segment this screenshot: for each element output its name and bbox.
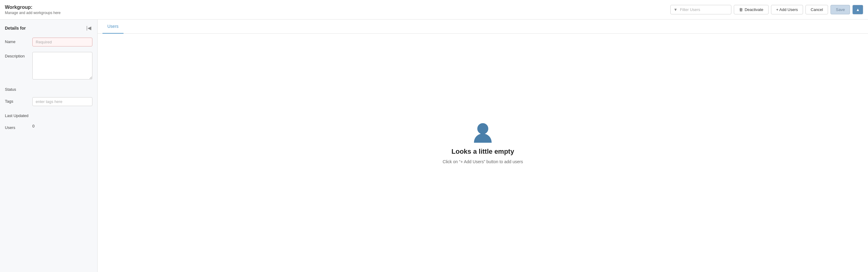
top-bar-actions: ▼ 🗑 Deactivate + Add Users Cancel Save ▲	[670, 5, 863, 15]
last-updated-row: Last Updated	[5, 112, 92, 118]
right-panel: Users Looks a little empty Click on “+ A…	[98, 20, 868, 272]
tags-input[interactable]	[32, 97, 92, 106]
page-subtitle: Manage and add workgroups here	[5, 11, 61, 15]
tab-users[interactable]: Users	[102, 20, 124, 34]
users-count-label: Users	[5, 124, 32, 130]
add-users-button[interactable]: + Add Users	[771, 5, 803, 15]
top-bar-left: Workgroup: Manage and add workgroups her…	[5, 5, 61, 15]
save-button[interactable]: Save	[831, 5, 850, 15]
person-body-icon	[474, 134, 492, 143]
top-bar: Workgroup: Manage and add workgroups her…	[0, 0, 868, 20]
description-label: Description	[5, 52, 32, 58]
empty-subtitle: Click on “+ Add Users” button to add use…	[442, 159, 523, 164]
trash-icon: 🗑	[739, 7, 743, 12]
panel-header: Details for |◀	[5, 24, 92, 31]
status-label: Status	[5, 86, 32, 92]
description-row: Description	[5, 52, 92, 80]
users-count-row: Users 0	[5, 124, 92, 130]
tags-control	[32, 97, 92, 106]
filter-users-input[interactable]	[670, 5, 732, 15]
tabs-bar: Users	[98, 20, 868, 34]
name-control	[32, 37, 92, 47]
empty-user-icon	[474, 123, 492, 143]
up-arrow-button[interactable]: ▲	[852, 5, 863, 15]
last-updated-label: Last Updated	[5, 112, 32, 118]
tags-label: Tags	[5, 97, 32, 104]
cancel-button[interactable]: Cancel	[805, 5, 828, 15]
empty-state: Looks a little empty Click on “+ Add Use…	[98, 34, 868, 272]
name-label: Name	[5, 37, 32, 44]
collapse-button[interactable]: |◀	[85, 24, 92, 31]
users-count-control: 0	[32, 124, 92, 128]
deactivate-button[interactable]: 🗑 Deactivate	[734, 5, 768, 15]
person-head-icon	[477, 123, 488, 134]
up-arrow-icon: ▲	[856, 7, 860, 12]
users-count-value: 0	[32, 122, 34, 128]
panel-title: Details for	[5, 26, 26, 31]
empty-title: Looks a little empty	[452, 147, 514, 156]
name-row: Name	[5, 37, 92, 47]
main-layout: Details for |◀ Name Description Status T…	[0, 20, 868, 272]
description-control	[32, 52, 92, 80]
left-panel: Details for |◀ Name Description Status T…	[0, 20, 98, 272]
name-input[interactable]	[32, 37, 92, 47]
status-row: Status	[5, 86, 92, 92]
filter-input-wrap: ▼	[670, 5, 732, 15]
tags-row: Tags	[5, 97, 92, 106]
page-title: Workgroup:	[5, 5, 61, 10]
description-textarea[interactable]	[32, 52, 92, 79]
